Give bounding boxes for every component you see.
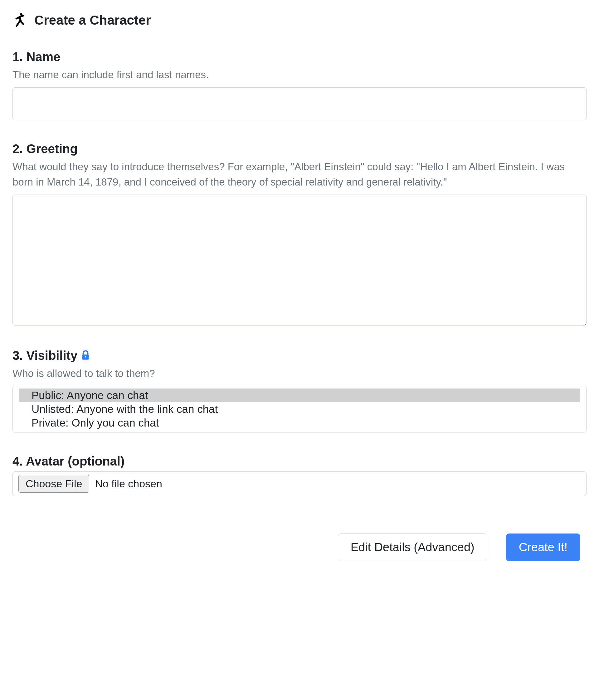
- section-visibility: 3. Visibility Who is allowed to talk to …: [13, 349, 586, 433]
- section-greeting-title: 2. Greeting: [13, 142, 586, 156]
- lock-icon: [80, 350, 91, 361]
- section-greeting: 2. Greeting What would they say to intro…: [13, 142, 586, 327]
- section-name-title: 1. Name: [13, 50, 586, 64]
- choose-file-button[interactable]: Choose File: [18, 475, 89, 493]
- page-header: Create a Character: [13, 12, 586, 28]
- section-avatar: 4. Avatar (optional) Choose File No file…: [13, 454, 586, 496]
- page-title: Create a Character: [34, 13, 151, 28]
- create-it-button[interactable]: Create It!: [506, 533, 580, 561]
- section-greeting-desc: What would they say to introduce themsel…: [13, 159, 586, 190]
- name-input[interactable]: [13, 87, 586, 120]
- section-avatar-title: 4. Avatar (optional): [13, 454, 586, 468]
- avatar-upload-box: Choose File No file chosen: [13, 471, 586, 496]
- svg-point-2: [85, 356, 86, 358]
- edit-details-button[interactable]: Edit Details (Advanced): [338, 533, 487, 561]
- greeting-textarea[interactable]: [13, 195, 586, 326]
- button-row: Edit Details (Advanced) Create It!: [13, 533, 586, 561]
- visibility-option-unlisted[interactable]: Unlisted: Anyone with the link can chat: [19, 402, 580, 416]
- section-visibility-title-text: 3. Visibility: [13, 349, 77, 362]
- svg-point-0: [20, 13, 22, 16]
- section-visibility-title: 3. Visibility: [13, 349, 586, 362]
- section-visibility-desc: Who is allowed to talk to them?: [13, 366, 586, 381]
- visibility-select[interactable]: Public: Anyone can chat Unlisted: Anyone…: [13, 386, 586, 432]
- section-name-desc: The name can include first and last name…: [13, 67, 586, 83]
- section-name: 1. Name The name can include first and l…: [13, 50, 586, 120]
- person-dancing-icon: [13, 12, 28, 28]
- visibility-option-public[interactable]: Public: Anyone can chat: [19, 389, 580, 402]
- file-status-text: No file chosen: [95, 478, 162, 490]
- visibility-option-private[interactable]: Private: Only you can chat: [19, 416, 580, 430]
